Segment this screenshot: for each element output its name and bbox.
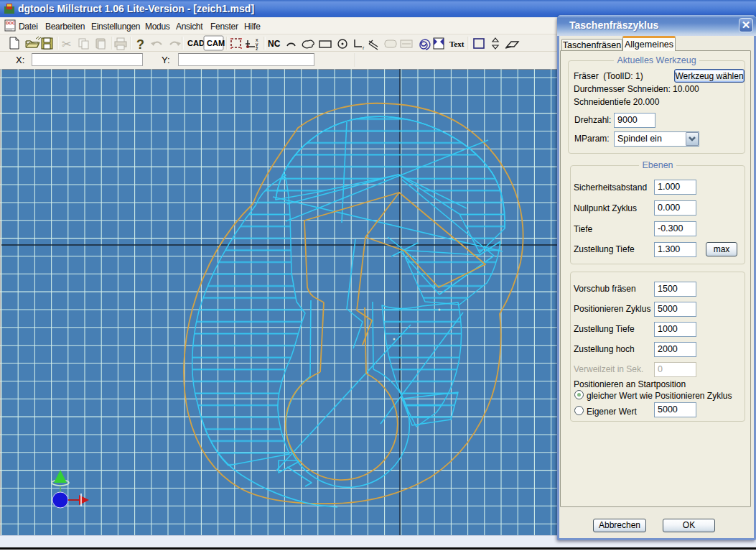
svg-text:✂: ✂ [62,38,71,50]
svg-text:z: z [256,46,258,51]
svg-text:Text: Text [449,40,465,48]
svg-text:DOC: DOC [6,21,16,25]
svg-text:CAD: CAD [187,39,205,47]
svg-text:r: r [363,45,365,50]
svg-text:CAM: CAM [207,39,225,47]
svg-text:?: ? [136,37,144,52]
svg-text:NC: NC [268,39,281,49]
